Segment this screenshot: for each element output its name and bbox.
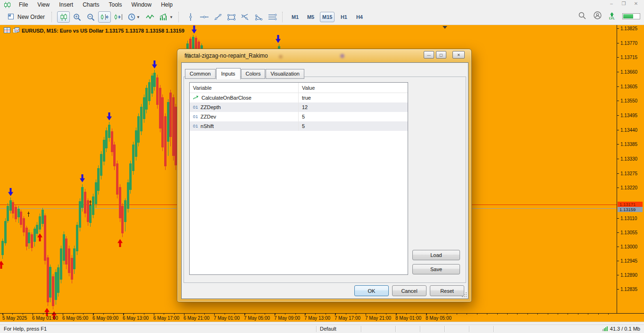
time-axis[interactable]: 5 May 20256 May 01:006 May 05:006 May 09… <box>0 313 644 322</box>
timeframe-h4-button[interactable]: H4 <box>353 12 366 22</box>
period-clock-button[interactable]: ▼ <box>125 11 142 23</box>
candle-body <box>81 187 84 208</box>
mdi-close-icon[interactable]: ✕ <box>633 1 639 6</box>
mdi-minimize-icon[interactable]: – <box>608 1 615 6</box>
time-minor-tick <box>568 314 568 315</box>
candle-body <box>121 206 124 233</box>
price-tick <box>617 86 619 87</box>
indicator-zigzag-button[interactable] <box>143 11 156 23</box>
time-minor-tick <box>53 314 53 315</box>
time-minor-tick <box>406 314 407 315</box>
signal-arrow-down <box>106 112 112 120</box>
new-order-button[interactable]: New Order <box>4 11 49 23</box>
reset-button[interactable]: Reset <box>430 285 464 296</box>
tab-colors[interactable]: Colors <box>241 69 266 79</box>
trendline-tool[interactable] <box>211 11 224 23</box>
candle-body <box>124 200 126 222</box>
menu-tools[interactable]: Tools <box>104 0 127 9</box>
price-scale[interactable]: 1.138251.137701.137151.136601.136051.135… <box>617 25 644 313</box>
timeframe-m1-button[interactable]: M1 <box>289 12 301 22</box>
menu-file[interactable]: File <box>14 0 33 9</box>
level-up-icon[interactable]: LVL <box>609 12 615 20</box>
account-icon[interactable] <box>594 11 602 21</box>
cancel-button[interactable]: Cancel <box>392 285 427 296</box>
time-minor-tick <box>376 314 376 315</box>
price-tick-label: 1.13385 <box>620 142 637 147</box>
indicator-list-button[interactable]: ▼ <box>157 11 175 23</box>
search-icon[interactable] <box>578 12 586 21</box>
param-value[interactable]: 5 <box>298 112 408 121</box>
signal-arrow-down <box>151 60 158 68</box>
app-logo-icon <box>4 2 11 8</box>
price-tick <box>617 275 619 275</box>
crossed-lines-tool[interactable] <box>239 11 251 23</box>
save-button[interactable]: Save <box>412 264 460 274</box>
toolbar-separator <box>51 12 55 22</box>
price-tick-label: 1.13220 <box>620 185 637 190</box>
price-tick <box>617 289 619 290</box>
ok-button[interactable]: OK <box>354 285 389 296</box>
time-tick-label: 7 May 05:00 <box>244 316 270 321</box>
time-minor-tick <box>558 314 558 315</box>
column-header-value[interactable]: Value <box>298 83 408 93</box>
time-tick-label: 6 May 09:00 <box>92 316 118 321</box>
triangle-tool[interactable] <box>252 11 265 23</box>
time-minor-tick <box>386 314 386 315</box>
time-minor-tick <box>144 314 144 315</box>
dialog-maximize-button[interactable]: ▢ <box>436 51 446 59</box>
menu-window[interactable]: Window <box>127 0 157 9</box>
menu-bar: File View Insert Charts Tools Window Hel… <box>0 0 644 9</box>
time-minor-tick <box>174 314 175 315</box>
param-value[interactable]: 5 <box>298 121 408 131</box>
table-row[interactable]: 01 ZZDev 5 <box>190 112 408 121</box>
tab-visualization[interactable]: Visualization <box>266 69 304 79</box>
price-tick <box>617 57 619 58</box>
vertical-line-tool[interactable] <box>184 11 197 23</box>
time-minor-tick <box>73 314 74 315</box>
timeframe-m15-button[interactable]: M15 <box>320 12 335 22</box>
menu-help[interactable]: Help <box>156 0 177 9</box>
candle-body <box>156 77 159 105</box>
resize-grip[interactable] <box>462 292 467 297</box>
table-row[interactable]: CalculateOnBarClose true <box>190 93 408 102</box>
horizontal-line-tool[interactable] <box>198 11 210 23</box>
zoom-out-button[interactable] <box>84 11 97 23</box>
candle-body <box>1 241 4 255</box>
rectangle-tool[interactable] <box>225 11 238 23</box>
tab-common[interactable]: Common <box>185 69 216 79</box>
shift-chart-left-button[interactable] <box>98 11 111 23</box>
dialog-minimize-button[interactable]: — <box>424 51 434 59</box>
dialog-client-area: Common Inputs Colors Visualization Varia… <box>181 62 468 299</box>
mdi-restore-icon[interactable]: ❐ <box>620 1 627 6</box>
timeframe-m5-button[interactable]: M5 <box>304 12 317 22</box>
price-tick <box>617 43 619 43</box>
signal-arrow-down <box>191 26 197 34</box>
shift-chart-end-button[interactable] <box>112 11 125 23</box>
menu-insert[interactable]: Insert <box>54 0 78 9</box>
tab-inputs[interactable]: Inputs <box>216 68 241 79</box>
zoom-in-button[interactable] <box>71 11 84 23</box>
equidistant-channel-tool[interactable] <box>266 11 279 23</box>
table-row[interactable]: 01 nShift 5 <box>190 121 408 131</box>
candlestick-chart-button[interactable] <box>57 11 70 23</box>
candle-body <box>7 206 9 221</box>
price-tick <box>617 218 619 219</box>
param-value[interactable]: 12 <box>298 102 408 112</box>
param-name: ZZDepth <box>201 104 221 110</box>
status-help-text: For Help, press F1 <box>4 326 47 332</box>
status-profile[interactable]: Default <box>320 326 336 332</box>
status-bar: For Help, press F1 Default 41.3 / 0.1 Mb <box>0 324 644 333</box>
ask-price-marker: 1.13171 <box>618 202 643 207</box>
menu-charts[interactable]: Charts <box>78 0 104 9</box>
time-minor-tick <box>134 314 134 315</box>
column-header-variable[interactable]: Variable <box>190 83 298 93</box>
load-button[interactable]: Load <box>412 250 460 260</box>
menu-view[interactable]: View <box>33 0 54 9</box>
price-tick <box>617 173 619 174</box>
time-minor-tick <box>225 314 225 315</box>
table-row[interactable]: 01 ZZDepth 12 <box>190 102 408 112</box>
time-minor-tick <box>204 314 205 315</box>
param-value[interactable]: true <box>298 93 408 102</box>
dialog-close-button[interactable]: ✕ <box>452 51 465 59</box>
timeframe-h1-button[interactable]: H1 <box>337 12 350 22</box>
